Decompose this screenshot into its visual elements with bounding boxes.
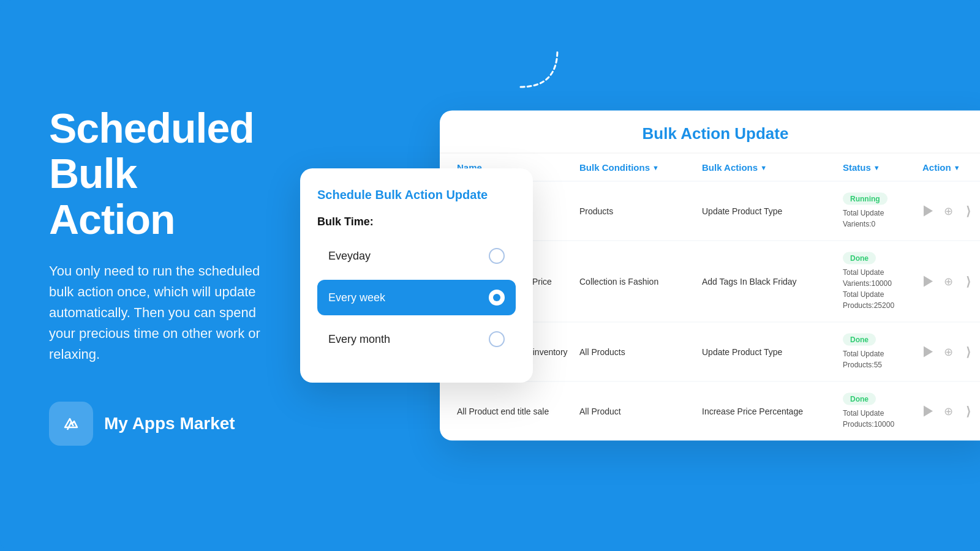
row4-status-detail: Total Update Products:10000: [843, 408, 913, 430]
row3-more-icon[interactable]: ⟩: [962, 343, 974, 361]
row2-action-icons: ⊕ ⟩: [918, 268, 979, 295]
col-status-label: Status: [843, 162, 871, 173]
brand-name: My Apps Market: [104, 414, 235, 433]
row1-conditions: Products: [575, 195, 697, 227]
row3-status-detail: Total Update Products:55: [843, 348, 913, 370]
bulk-time-label: Bulk Time:: [317, 216, 516, 228]
col-action-label: Action: [922, 162, 951, 173]
row2-status: Done Total Update Varients:10000Total Up…: [838, 241, 918, 322]
option-every-month-label: Every month: [328, 333, 390, 346]
row1-status: Running Total Update Varients:0: [838, 182, 918, 241]
row3-action-icons: ⊕ ⟩: [918, 339, 979, 365]
row2-conditions: Collection is Fashion: [575, 266, 697, 298]
row4-status-badge: Done: [843, 393, 876, 405]
row3-actions: Update Product Type: [697, 336, 838, 368]
option-every-month[interactable]: Every month: [317, 321, 516, 357]
col-status-arrow: ▼: [873, 163, 880, 171]
row1-action-icons: ⊕ ⟩: [918, 198, 979, 225]
option-everyday[interactable]: Eveyday: [317, 238, 516, 274]
col-bulk-actions-label: Bulk Actions: [702, 162, 758, 173]
schedule-modal-title: Schedule Bulk Action Update: [317, 188, 516, 202]
table-title: Bulk Action Update: [440, 111, 980, 154]
col-bulk-actions-arrow: ▼: [760, 163, 767, 171]
row1-actions: Update Product Type: [697, 195, 838, 227]
row1-globe-icon[interactable]: ⊕: [943, 203, 954, 220]
option-everyday-radio: [489, 248, 505, 264]
col-header-action[interactable]: Action ▼: [918, 154, 979, 181]
row2-play-icon[interactable]: [922, 273, 934, 290]
row4-action-icons: ⊕ ⟩: [918, 398, 979, 425]
row2-status-detail: Total Update Varients:10000Total Update …: [843, 267, 913, 311]
option-every-week[interactable]: Every week: [317, 280, 516, 315]
hero-title-line2: Bulk Action: [49, 151, 263, 242]
option-every-month-radio: [489, 331, 505, 347]
row1-status-detail: Total Update Varients:0: [843, 208, 913, 230]
radio-dot: [493, 294, 500, 301]
row1-more-icon[interactable]: ⟩: [962, 203, 974, 220]
brand-icon: [49, 402, 93, 446]
row3-globe-icon[interactable]: ⊕: [943, 343, 954, 361]
hero-title-line1: Scheduled: [49, 105, 263, 151]
col-bulk-conditions-label: Bulk Conditions: [579, 162, 650, 173]
dashed-arc-decoration: [514, 44, 564, 93]
hero-title: Scheduled Bulk Action: [49, 105, 263, 242]
row4-actions: Increase Price Percentage: [697, 395, 838, 427]
col-header-bulk-actions[interactable]: Bulk Actions ▼: [697, 154, 838, 181]
row4-more-icon[interactable]: ⟩: [962, 403, 974, 420]
left-panel: Scheduled Bulk Action You only need to r…: [0, 69, 300, 483]
main-container: Scheduled Bulk Action You only need to r…: [0, 0, 980, 551]
col-bulk-conditions-arrow: ▼: [652, 163, 659, 171]
row2-status-badge: Done: [843, 252, 876, 264]
row2-globe-icon[interactable]: ⊕: [943, 273, 954, 290]
row2-actions: Add Tags In Black Friday: [697, 266, 838, 298]
right-side: Schedule Bulk Action Update Bulk Time: E…: [300, 0, 980, 551]
row1-play-icon[interactable]: [922, 203, 934, 220]
col-action-arrow: ▼: [954, 163, 960, 171]
option-every-week-radio: [489, 290, 505, 305]
row3-conditions: All Products: [575, 336, 697, 368]
table-row: All Product end title sale All Product I…: [440, 382, 980, 441]
row3-status-badge: Done: [843, 334, 876, 346]
row4-name: All Product end title sale: [452, 395, 575, 427]
row4-play-icon[interactable]: [922, 403, 934, 420]
option-everyday-label: Eveyday: [328, 250, 371, 263]
col-header-bulk-conditions[interactable]: Bulk Conditions ▼: [575, 154, 697, 181]
col-header-status[interactable]: Status ▼: [838, 154, 918, 181]
row4-conditions: All Product: [575, 395, 697, 427]
hero-description: You only need to run the scheduled bulk …: [49, 261, 263, 365]
row4-status: Done Total Update Products:10000: [838, 382, 918, 441]
brand-row: My Apps Market: [49, 402, 263, 446]
row2-more-icon[interactable]: ⟩: [962, 273, 974, 290]
row1-status-badge: Running: [843, 193, 888, 205]
row4-globe-icon[interactable]: ⊕: [943, 403, 954, 420]
option-every-week-label: Every week: [328, 291, 385, 304]
row3-play-icon[interactable]: [922, 343, 934, 361]
schedule-modal: Schedule Bulk Action Update Bulk Time: E…: [300, 168, 533, 383]
row3-status: Done Total Update Products:55: [838, 323, 918, 381]
